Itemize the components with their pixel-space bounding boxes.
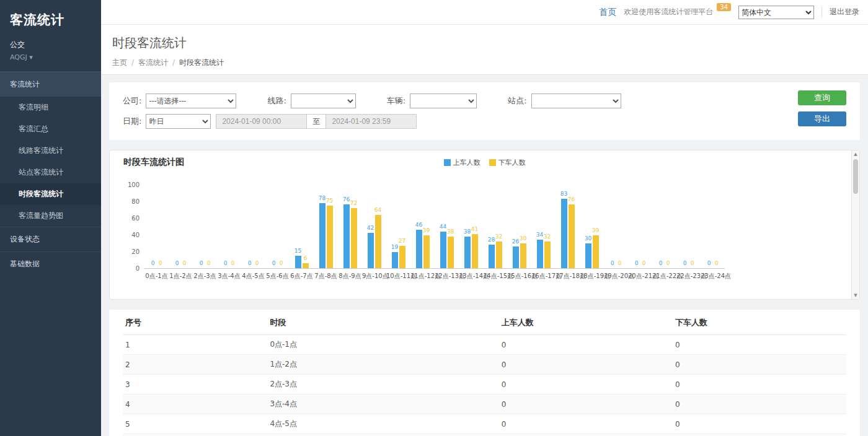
x-axis-label: 0点-1点 [144, 269, 169, 281]
query-button[interactable]: 查询 [798, 90, 846, 105]
logout-link[interactable]: 退出登录 [822, 7, 859, 17]
topbar: 首页 欢迎使用客流统计管理平台 34 简体中文 退出登录 [101, 0, 868, 25]
sidebar-item-4[interactable]: 站点客流统计 [0, 162, 101, 183]
bar-value-label: 0 [280, 260, 283, 266]
vehicle-select[interactable] [410, 94, 477, 108]
date-to-input[interactable] [326, 114, 417, 129]
sidebar-item-1[interactable]: 客流明细 [0, 97, 101, 118]
legend-item[interactable]: 下车人数 [489, 158, 526, 167]
date-filter: 日期: 昨日 [123, 114, 211, 129]
scroll-up-icon[interactable]: ▲ [852, 152, 859, 157]
bar[interactable]: 76 [569, 204, 575, 268]
table-cell: 0 [673, 395, 846, 414]
bar[interactable]: 34 [537, 240, 543, 268]
sidebar-item-0[interactable]: 客流统计 [0, 72, 101, 97]
bar[interactable]: 32 [496, 242, 502, 268]
x-axis-label: 16点-17点 [531, 269, 556, 281]
welcome-text: 欢迎使用客流统计管理平台 [624, 7, 713, 17]
legend-swatch-icon [444, 159, 451, 166]
table-row: 10点-1点00 [123, 335, 846, 355]
x-axis-label: 23点-24点 [701, 269, 725, 281]
bar[interactable]: 72 [351, 208, 357, 268]
bar[interactable]: 39 [593, 235, 599, 268]
bar-value-label: 0 [611, 260, 614, 266]
bar[interactable]: 78 [319, 203, 326, 268]
chart-scrollbar[interactable]: ▲ ▼ [851, 150, 859, 299]
bar-group: 3432 [531, 185, 556, 268]
bar[interactable]: 28 [489, 245, 495, 268]
table-cell: 0 [499, 375, 673, 395]
date-preset-select[interactable]: 昨日 [146, 114, 211, 129]
bar[interactable]: 6 [303, 263, 309, 268]
x-axis-label: 1点-2点 [169, 269, 193, 281]
breadcrumb-item-1[interactable]: 客流统计 [138, 58, 168, 67]
sidebar-item-6[interactable]: 客流量趋势图 [0, 205, 101, 227]
line-select[interactable] [291, 94, 356, 108]
breadcrumb: 主页/客流统计/时段客流统计 [112, 58, 857, 68]
scroll-down-icon[interactable]: ▼ [852, 293, 859, 298]
app-root: 客流统计 公交 AQGJ ▾ 客流统计客流明细客流汇总线路客流统计站点客流统计时… [0, 0, 868, 436]
language-select[interactable]: 简体中文 [738, 6, 814, 19]
chart-header: 时段车流统计图 [118, 157, 843, 168]
legend-item[interactable]: 上车人数 [444, 158, 480, 167]
bar[interactable]: 30 [520, 243, 526, 269]
bar-group: 00 [265, 185, 290, 268]
table-cell: 0 [673, 335, 846, 355]
bar[interactable]: 75 [327, 206, 333, 268]
notification-badge[interactable]: 34 [717, 3, 731, 11]
breadcrumb-item-0[interactable]: 主页 [112, 58, 127, 67]
bar[interactable]: 39 [423, 235, 430, 268]
bar-value-label: 28 [488, 237, 495, 243]
bar[interactable]: 30 [585, 243, 591, 269]
bar-group: 2630 [507, 185, 531, 268]
export-button[interactable]: 导出 [798, 111, 846, 126]
bar[interactable]: 15 [295, 256, 301, 268]
bar-value-label: 44 [440, 224, 446, 230]
caret-down-icon: ▾ [29, 53, 33, 61]
bar[interactable]: 76 [343, 204, 350, 268]
station-select[interactable] [531, 94, 621, 108]
bar-value-label: 30 [585, 235, 591, 242]
bar[interactable]: 41 [472, 234, 478, 268]
table-cell: 1点-2点 [267, 355, 498, 375]
sidebar-item-2[interactable]: 客流汇总 [0, 118, 101, 140]
company-select[interactable]: ---请选择--- [146, 94, 236, 108]
sidebar-item-8[interactable]: 基础数据 [0, 251, 101, 276]
date-from-input[interactable] [216, 114, 307, 129]
chart-title: 时段车流统计图 [123, 157, 184, 168]
table-cell: 5 [123, 414, 267, 434]
bar-value-label: 76 [568, 196, 575, 203]
bar[interactable]: 42 [368, 233, 374, 268]
x-axis-label: 10点-11点 [386, 269, 410, 281]
bar[interactable]: 64 [375, 215, 381, 268]
table-cell: 0 [499, 434, 673, 436]
bar[interactable]: 38 [448, 237, 454, 268]
home-link[interactable]: 首页 [599, 7, 616, 18]
x-axis-label: 11点-12点 [410, 269, 435, 281]
sidebar: 客流统计 公交 AQGJ ▾ 客流统计客流明细客流汇总线路客流统计站点客流统计时… [0, 0, 101, 436]
company-label: 公司: [123, 95, 141, 107]
bar-value-label: 0 [618, 260, 622, 266]
sidebar-menu: 客流统计客流明细客流汇总线路客流统计站点客流统计时段客流统计客流量趋势图设备状态… [0, 72, 101, 276]
scrollbar-thumb[interactable] [853, 159, 858, 194]
org-selector[interactable]: AQGJ ▾ [0, 51, 101, 72]
x-axis-label: 17点-18点 [556, 269, 580, 281]
sidebar-item-7[interactable]: 设备状态 [0, 227, 101, 251]
sidebar-item-3[interactable]: 线路客流统计 [0, 140, 101, 162]
bar[interactable]: 19 [392, 252, 398, 268]
sidebar-item-5[interactable]: 时段客流统计 [0, 183, 101, 205]
filter-panel: 公司: ---请选择--- 线路: 车辆: [109, 82, 860, 140]
table-body: 10点-1点0021点-2点0032点-3点0043点-4点0054点-5点00… [123, 335, 846, 436]
bar[interactable]: 32 [544, 242, 551, 268]
bar[interactable]: 46 [416, 230, 422, 268]
bar-value-label: 0 [224, 260, 228, 266]
table-cell: 0 [499, 355, 673, 375]
bar[interactable]: 27 [399, 246, 405, 268]
bar[interactable]: 83 [561, 199, 567, 268]
bar-value-label: 75 [326, 198, 333, 204]
bar[interactable]: 26 [513, 246, 519, 268]
bar[interactable]: 38 [464, 237, 471, 268]
bar[interactable]: 44 [440, 232, 446, 268]
bar-group: 3039 [580, 185, 604, 268]
table-cell: 4点-5点 [267, 414, 498, 434]
